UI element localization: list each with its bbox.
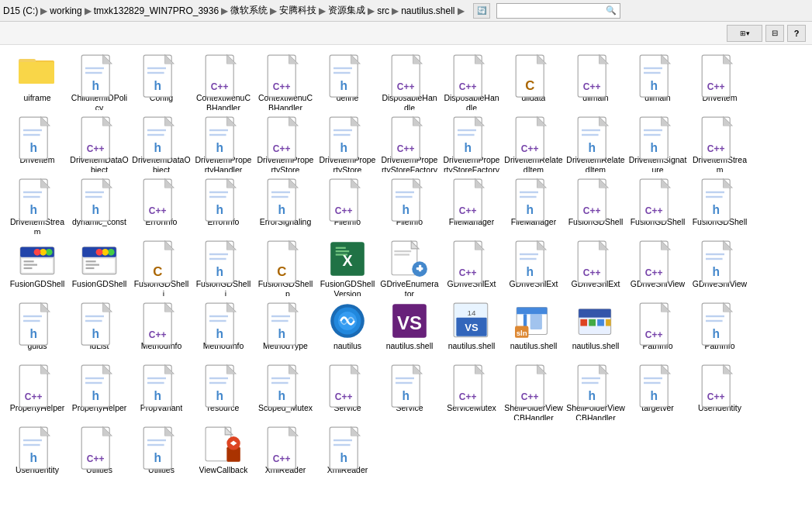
file-item[interactable]: C dlldata	[503, 51, 565, 113]
file-item[interactable]: ViewCallback	[192, 423, 254, 485]
file-icon: h	[329, 426, 366, 464]
file-item[interactable]: uiframe	[6, 51, 68, 113]
file-item[interactable]: 14 VS nautilus.shell	[441, 299, 503, 361]
path-tmxk[interactable]: tmxk132829_WIN7PRO_3936	[94, 5, 219, 16]
file-item[interactable]: C++ ErrorInfo	[130, 175, 192, 237]
file-item[interactable]: sln nautilus.shell	[503, 299, 565, 361]
svg-rect-286	[517, 308, 547, 315]
file-item[interactable]: X FusionGDShellVersion	[316, 237, 378, 299]
file-item[interactable]: h DriveItemRelatedItem	[565, 113, 627, 175]
file-item[interactable]: h FusionGDShell_i	[192, 237, 254, 299]
view-pane-button[interactable]: ⊟	[765, 25, 784, 42]
file-item[interactable]: h IdList	[68, 299, 130, 361]
file-item[interactable]: C FusionGDShell_p	[254, 237, 316, 299]
file-item[interactable]: h ShellFolderViewCBHandler	[565, 361, 627, 423]
file-icon: C++	[577, 54, 614, 91]
search-box[interactable]: 🔍	[496, 3, 620, 19]
path-working[interactable]: working	[50, 5, 81, 16]
svg-text:VS: VS	[397, 312, 422, 333]
file-item[interactable]: h ErrorSignaling	[254, 175, 316, 237]
file-item[interactable]: h Service	[378, 361, 441, 423]
view-large-icons[interactable]: ⊞▾	[727, 25, 762, 42]
file-item[interactable]: C++ DriveItemPropertyStore	[254, 113, 316, 175]
file-item[interactable]: h dynamic_const	[68, 175, 130, 237]
path-drive[interactable]: D15 (C:)	[3, 5, 38, 16]
file-item[interactable]: h DriveItemPropertyStoreFactory	[441, 113, 503, 175]
file-item[interactable]: h GDriveShlView	[689, 237, 751, 299]
path-anteng[interactable]: 安腾科技	[279, 4, 316, 17]
file-item[interactable]: C++ DriveItem	[689, 51, 751, 113]
file-item[interactable]: h targetver	[627, 361, 689, 423]
file-item[interactable]: h DriveItemDataObject	[130, 113, 192, 175]
file-item[interactable]: C++ ShellFolderViewCBHandler	[503, 361, 565, 423]
file-item[interactable]: C++ PropertyHelper	[6, 361, 68, 423]
file-item[interactable]: h FileInfo	[378, 175, 441, 237]
file-item[interactable]: h Config	[130, 51, 192, 113]
file-item[interactable]: C++ XmlReader	[254, 423, 316, 485]
svg-text:h: h	[712, 327, 720, 340]
file-item[interactable]: C++ Utilities	[68, 423, 130, 485]
file-item[interactable]: C++ GDriveShlExt	[441, 237, 503, 299]
file-item[interactable]: h define	[316, 51, 378, 113]
svg-rect-372	[23, 440, 42, 441]
file-item[interactable]: FusionGDShell	[68, 237, 130, 299]
file-item[interactable]: VS nautilus.shell	[378, 299, 441, 361]
new-folder-button[interactable]	[6, 32, 16, 35]
file-item[interactable]: h Utilities	[130, 423, 192, 485]
file-item[interactable]: h GDriveShlExt	[503, 237, 565, 299]
file-item[interactable]: C++ dllmain	[565, 51, 627, 113]
file-item[interactable]: h MethodType	[254, 299, 316, 361]
file-item[interactable]: nautilus	[316, 299, 378, 361]
file-item[interactable]: h DriveItemPropertyStore	[316, 113, 378, 175]
file-item[interactable]: h ErrorInfo	[192, 175, 254, 237]
file-item[interactable]: C++ FileManager	[441, 175, 503, 237]
file-item[interactable]: h DriveItemSignature	[627, 113, 689, 175]
path-weiruan[interactable]: 微软系统	[230, 4, 268, 17]
file-item[interactable]: C++ DisposableHandle	[378, 51, 441, 113]
path-ziyuan[interactable]: 资源集成	[328, 4, 365, 17]
file-item[interactable]: h FileManager	[503, 175, 565, 237]
file-item[interactable]: C++ DriveItemRelatedItem	[503, 113, 565, 175]
file-item[interactable]: GDriveEnumerator	[378, 237, 441, 299]
address-bar-refresh[interactable]: 🔄	[473, 3, 490, 19]
file-item[interactable]: C++ GDriveShlExt	[565, 237, 627, 299]
file-item[interactable]: C++ UserIdentity	[689, 361, 751, 423]
file-item[interactable]: h ChildItemIDPolicy	[68, 51, 130, 113]
file-item[interactable]: C++ ContextMenuCBHandler	[192, 51, 254, 113]
file-item[interactable]: C++ ServiceMutex	[441, 361, 503, 423]
file-item[interactable]: C++ DisposableHandle	[441, 51, 503, 113]
file-item[interactable]: C FusionGDShell_i	[130, 237, 192, 299]
file-item[interactable]: h PathInfo	[689, 299, 751, 361]
file-item[interactable]: C++ ContextMenuCBHandler	[254, 51, 316, 113]
path-src[interactable]: src	[377, 5, 389, 16]
file-item[interactable]: nautilus.shell	[565, 299, 627, 361]
file-item[interactable]: C++ PathInfo	[627, 299, 689, 361]
path-nautilus-shell[interactable]: nautilus.shell	[401, 5, 454, 16]
file-item[interactable]: h DriveItemStream	[6, 175, 68, 237]
file-item[interactable]: h DriveItemPropertyHandler	[192, 113, 254, 175]
file-item[interactable]: h DriveItem	[6, 113, 68, 175]
file-item[interactable]: C++ DriveItemStream	[689, 113, 751, 175]
file-item[interactable]: C++ GDriveShlView	[627, 237, 689, 299]
svg-rect-138	[209, 196, 226, 198]
file-item[interactable]: C++ DriveItemDataObject	[68, 113, 130, 175]
file-item[interactable]: h FusionGDShell	[689, 175, 751, 237]
file-item[interactable]: C++ Service	[316, 361, 378, 423]
file-item[interactable]: h Scoped_Mutex	[254, 361, 316, 423]
file-item[interactable]: h UserIdentity	[6, 423, 68, 485]
file-icon: sln	[515, 302, 552, 340]
file-item[interactable]: h guids	[6, 299, 68, 361]
file-item[interactable]: h PropVariant	[130, 361, 192, 423]
file-item[interactable]: h resource	[192, 361, 254, 423]
file-item[interactable]: C++ FileInfo	[316, 175, 378, 237]
file-item[interactable]: C++ FusionGDShell	[627, 175, 689, 237]
file-item[interactable]: h XmlReader	[316, 423, 378, 485]
file-item[interactable]: h dllmain	[627, 51, 689, 113]
file-item[interactable]: C++ MethodInfo	[130, 299, 192, 361]
file-item[interactable]: h PropertyHelper	[68, 361, 130, 423]
file-item[interactable]: FusionGDShell	[6, 237, 68, 299]
help-button[interactable]: ?	[787, 25, 806, 42]
file-item[interactable]: h MethodInfo	[192, 299, 254, 361]
file-item[interactable]: C++ FusionGDShell	[565, 175, 627, 237]
file-item[interactable]: C++ DriveItemPropertyStoreFactory	[378, 113, 441, 175]
